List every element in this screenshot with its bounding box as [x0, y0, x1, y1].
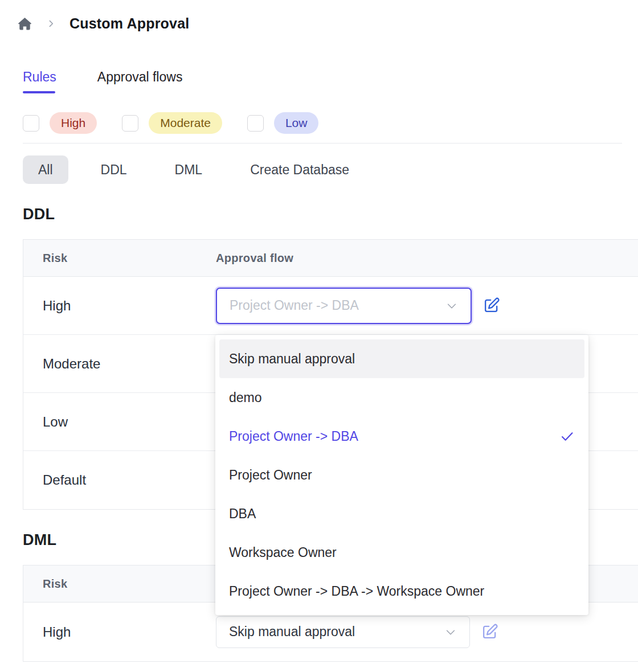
check-icon [559, 429, 575, 444]
chevron-right-icon [46, 19, 56, 28]
dropdown-option-workspace-owner[interactable]: Workspace Owner [219, 533, 584, 572]
high-risk-checkbox[interactable] [23, 115, 39, 132]
risk-label: Moderate [23, 356, 216, 372]
column-header-risk: Risk [23, 252, 216, 265]
home-icon[interactable] [17, 16, 32, 31]
edit-pencil-square-icon [482, 297, 500, 314]
risk-label: High [23, 298, 216, 314]
dropdown-option-project-owner[interactable]: Project Owner [219, 456, 584, 494]
low-risk-checkbox[interactable] [247, 115, 264, 132]
risk-filter-high: High [23, 112, 97, 134]
table-row-ddl-high: High Project Owner -> DBA [23, 277, 638, 335]
section-divider [23, 143, 622, 144]
dropdown-option-dba[interactable]: DBA [219, 494, 584, 533]
column-header-risk: Risk [23, 577, 216, 591]
category-filter-row: All DDL DML Create Database [23, 155, 638, 184]
filter-ddl-button[interactable]: DDL [85, 155, 142, 184]
dropdown-option-project-owner-dba-workspace-owner[interactable]: Project Owner -> DBA -> Workspace Owner [219, 572, 584, 610]
breadcrumb: Custom Approval [0, 0, 638, 32]
chevron-down-icon [444, 626, 457, 638]
filter-create-database-button[interactable]: Create Database [235, 155, 365, 184]
low-risk-badge[interactable]: Low [274, 112, 319, 134]
risk-filter-low: Low [247, 112, 319, 134]
risk-label: High [23, 624, 216, 640]
risk-filter-row: High Moderate Low [23, 112, 638, 134]
tab-rules[interactable]: Rules [23, 69, 56, 93]
selected-flow-value: Project Owner -> DBA [217, 298, 359, 313]
tab-approval-flows[interactable]: Approval flows [97, 69, 183, 93]
tab-bar: Rules Approval flows [23, 69, 638, 93]
risk-label: Low [23, 414, 216, 430]
risk-label: Default [23, 472, 216, 488]
ddl-section-title: DDL [23, 206, 638, 223]
selected-flow-value: Skip manual approval [216, 624, 355, 640]
edit-flow-button[interactable] [480, 623, 498, 641]
filter-dml-button[interactable]: DML [160, 155, 218, 184]
column-header-approval-flow: Approval flow [216, 252, 638, 265]
risk-filter-moderate: Moderate [122, 112, 222, 134]
high-risk-badge[interactable]: High [50, 112, 97, 134]
edit-flow-button[interactable] [482, 297, 500, 315]
dropdown-option-project-owner-dba[interactable]: Project Owner -> DBA [219, 417, 584, 456]
tab-rules-label: Rules [23, 69, 56, 84]
tab-approval-flows-label: Approval flows [97, 69, 183, 84]
edit-pencil-square-icon [481, 623, 498, 641]
approval-flow-dropdown: Skip manual approval demo Project Owner … [215, 335, 588, 615]
moderate-risk-checkbox[interactable] [122, 115, 138, 132]
ddl-table-header: Risk Approval flow [23, 240, 638, 277]
dropdown-option-demo[interactable]: demo [219, 378, 584, 417]
page-title: Custom Approval [69, 15, 189, 32]
dropdown-option-skip-manual-approval[interactable]: Skip manual approval [219, 339, 584, 378]
dml-high-approval-flow-select[interactable]: Skip manual approval [216, 616, 470, 648]
chevron-down-icon [445, 300, 458, 312]
ddl-high-approval-flow-select[interactable]: Project Owner -> DBA [216, 288, 472, 324]
filter-all-button[interactable]: All [23, 155, 68, 184]
moderate-risk-badge[interactable]: Moderate [149, 112, 222, 134]
